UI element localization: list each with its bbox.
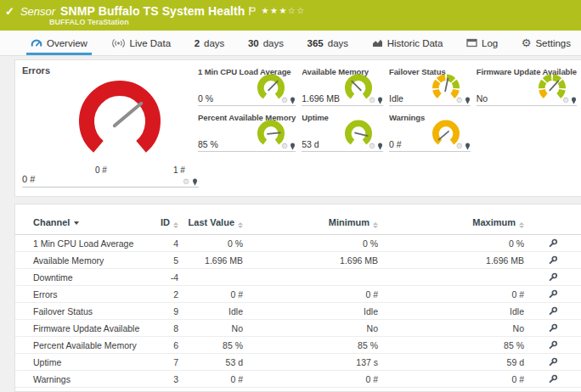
gauge-tile-available-memory: Available Memory1.696 MB⚙ — [302, 67, 383, 106]
channel-minimum: 1.696 MB — [243, 252, 378, 269]
channel-maximum — [378, 269, 524, 286]
tab-365-days[interactable]: 365days — [307, 31, 348, 55]
gauge-value: 0 % — [198, 93, 213, 104]
table-row: Warnings30 #0 #0 # — [15, 371, 581, 388]
column-header-maximum[interactable]: Maximum — [378, 217, 524, 228]
channel-settings-button[interactable] — [524, 354, 581, 371]
pin-icon[interactable] — [377, 97, 383, 104]
wrench-icon — [548, 374, 558, 384]
channel-maximum: 1.696 MB — [378, 252, 524, 269]
tab-overview[interactable]: Overview — [31, 31, 87, 55]
tab-label: Log — [482, 38, 498, 48]
gauge-row-icons: ⚙ — [369, 143, 383, 150]
tab-30-days[interactable]: 30days — [248, 31, 284, 55]
column-header-channel[interactable]: Channel — [33, 217, 152, 228]
wrench-icon — [548, 323, 558, 333]
channel-maximum: 59 d — [378, 354, 524, 371]
channel-settings-button[interactable] — [524, 320, 581, 337]
channel-id: 3 — [152, 371, 178, 388]
channel-last-value: 0 % — [178, 235, 243, 252]
gauge-value: Idle — [389, 93, 403, 104]
gauge-icon — [31, 38, 42, 48]
channel-last-value: 0 # — [178, 371, 243, 388]
channel-minimum: No — [243, 320, 378, 337]
gauge-value: 53 d — [302, 139, 319, 149]
gauge-row-icons: ⚙ — [281, 143, 296, 150]
channel-last-value: 53 d — [178, 354, 243, 371]
channel-settings-button[interactable] — [524, 303, 581, 320]
table-row: Uptime753 d137 s59 d — [15, 354, 581, 371]
channel-minimum: 137 s — [243, 354, 378, 371]
pin-icon[interactable] — [465, 97, 471, 104]
channel-last-value: No — [178, 320, 243, 337]
gear-icon[interactable]: ⚙ — [369, 97, 375, 104]
pin-icon[interactable] — [290, 97, 296, 104]
channel-maximum: Idle — [378, 303, 524, 320]
gauge-tile-percent-available-memory: Percent Available Memory85 %⚙ — [198, 113, 296, 152]
tab-label: Live Data — [130, 38, 172, 48]
channel-settings-button[interactable] — [524, 371, 581, 388]
channel-minimum: 0 % — [243, 235, 378, 252]
wrench-icon — [548, 255, 558, 266]
gauge-tile-failover-status: Failover StatusIdle⚙ — [389, 67, 471, 106]
wrench-icon — [548, 238, 558, 249]
tab-historic-data[interactable]: Historic Data — [372, 31, 443, 55]
gauge-value-row: 0 # ⚙ — [22, 173, 199, 188]
channel-table-panel: Channel ID Last Value Minimum Maximum 1 … — [14, 204, 581, 392]
tab-settings[interactable]: ⚙Settings — [522, 31, 571, 55]
gauge-row-icons: ⚙ — [183, 178, 198, 186]
gear-icon[interactable]: ⚙ — [562, 97, 569, 104]
channel-name: Uptime — [33, 354, 152, 371]
tab-log[interactable]: Log — [466, 31, 498, 55]
channel-table-body: 1 Min CPU Load Average40 %0 %0 %Availabl… — [15, 235, 581, 388]
column-header-last-value[interactable]: Last Value — [178, 217, 243, 228]
channel-table-header: Channel ID Last Value Minimum Maximum — [15, 204, 581, 235]
channel-settings-button[interactable] — [524, 337, 581, 354]
gear-icon[interactable]: ⚙ — [183, 178, 189, 186]
channel-last-value: Idle — [178, 303, 243, 320]
tab-label: days — [328, 38, 348, 48]
priority-flag-icon[interactable] — [249, 7, 256, 15]
tab-2-days[interactable]: 2days — [195, 31, 225, 55]
column-header-id[interactable]: ID — [152, 217, 178, 228]
channel-settings-button[interactable] — [524, 286, 581, 303]
channel-settings-button[interactable] — [524, 269, 581, 286]
gear-icon[interactable]: ⚙ — [281, 143, 288, 150]
channel-maximum: 0 % — [378, 235, 524, 252]
column-header-minimum[interactable]: Minimum — [243, 217, 378, 228]
channel-id: 8 — [152, 320, 178, 337]
tab-live-data[interactable]: Live Data — [111, 31, 172, 55]
pin-icon[interactable] — [192, 178, 198, 186]
gauge-tiles: 1 Min CPU Load Average0 %⚙Available Memo… — [198, 67, 577, 152]
channel-name: Downtime — [33, 269, 152, 286]
channel-maximum: 0 # — [378, 371, 524, 388]
gear-icon: ⚙ — [522, 37, 532, 48]
channel-last-value — [178, 269, 243, 286]
table-row: Downtime-4 — [15, 269, 581, 286]
wrench-icon — [548, 357, 558, 367]
gear-icon[interactable]: ⚙ — [456, 97, 463, 104]
gear-icon[interactable]: ⚙ — [456, 143, 463, 150]
channel-settings-button[interactable] — [524, 235, 581, 252]
device-name[interactable]: BUFFALO TeraStation — [49, 18, 129, 26]
pin-icon[interactable] — [377, 143, 383, 150]
pin-icon[interactable] — [290, 143, 296, 150]
pin-icon[interactable] — [571, 97, 577, 104]
channel-name: Firmware Update Available — [33, 320, 152, 337]
channel-maximum: 0 # — [378, 286, 524, 303]
status-check-icon: ✓ — [5, 5, 14, 18]
priority-stars[interactable]: ★★★☆☆ — [261, 6, 305, 15]
channel-maximum: No — [378, 320, 524, 337]
table-row: Percent Available Memory685 %85 %85 % — [15, 337, 581, 354]
channel-minimum: 85 % — [243, 337, 378, 354]
pin-icon[interactable] — [465, 143, 471, 150]
channel-settings-button[interactable] — [524, 252, 581, 269]
channel-id: 7 — [152, 354, 178, 371]
gauge-row-icons: ⚙ — [562, 97, 577, 104]
table-row: Firmware Update Available8NoNoNo — [15, 320, 581, 337]
gear-icon[interactable]: ⚙ — [369, 143, 375, 150]
gauge-value: No — [477, 93, 488, 104]
chevron-down-icon — [74, 221, 79, 225]
gear-icon[interactable]: ⚙ — [281, 97, 288, 104]
gauge-value: 85 % — [198, 139, 218, 149]
